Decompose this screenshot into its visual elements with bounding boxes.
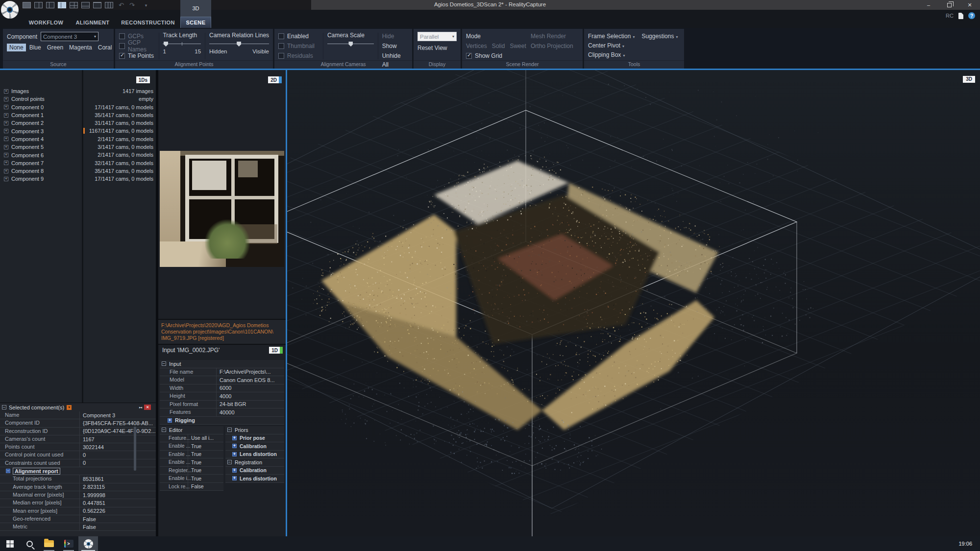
- checkbox-row[interactable]: Tie Points: [119, 51, 155, 60]
- tree-item[interactable]: + Component 8: [0, 167, 82, 175]
- tree-item[interactable]: + Control points: [0, 95, 82, 103]
- projection-dropdown[interactable]: Parallel ▾: [417, 32, 457, 41]
- track-length-slider[interactable]: [163, 41, 201, 47]
- photo-thumbnail[interactable]: [160, 151, 284, 267]
- tree-item[interactable]: + Component 1: [0, 111, 82, 119]
- tree-item[interactable]: + Component 7: [0, 159, 82, 167]
- source-color-option[interactable]: Green: [45, 44, 66, 51]
- checkbox-row[interactable]: GCP Names: [119, 42, 155, 50]
- minimize-button[interactable]: –: [918, 0, 939, 10]
- expand-icon[interactable]: +: [4, 105, 8, 109]
- source-color-option[interactable]: Blue: [27, 44, 44, 51]
- layout-three-columns-icon[interactable]: [105, 2, 113, 8]
- expand-icon[interactable]: +: [4, 153, 8, 157]
- document-icon[interactable]: [958, 13, 963, 19]
- frame-selection-button[interactable]: Frame Selection▾: [588, 33, 635, 40]
- center-pivot-button[interactable]: Center Pivot▾: [588, 42, 624, 49]
- redo-icon[interactable]: ↷: [129, 1, 135, 9]
- expand-icon[interactable]: +: [4, 129, 8, 133]
- ribbon-action[interactable]: Show: [382, 42, 408, 50]
- tree-item[interactable]: + Component 2: [0, 119, 82, 127]
- expand-icon[interactable]: +: [232, 436, 237, 440]
- close-button[interactable]: ✕: [959, 0, 980, 10]
- expand-icon[interactable]: +: [232, 468, 237, 473]
- collapse-icon[interactable]: −: [2, 405, 6, 409]
- ribbon-action[interactable]: Hide: [382, 32, 408, 41]
- checkbox-icon[interactable]: [119, 53, 125, 59]
- reset-view-button[interactable]: Reset View: [417, 44, 457, 52]
- collapse-icon[interactable]: −: [162, 428, 166, 432]
- expand-icon[interactable]: +: [4, 121, 8, 125]
- dock-icon[interactable]: ▸◂: [139, 406, 142, 409]
- 3d-view-badge[interactable]: 3D: [963, 76, 975, 83]
- expand-icon[interactable]: +: [4, 169, 8, 173]
- layout-left-panel-icon[interactable]: [46, 2, 54, 8]
- tab-alignment[interactable]: ALIGNMENT: [73, 17, 113, 28]
- toolbar-expand-icon[interactable]: ▾: [145, 3, 147, 8]
- expand-icon[interactable]: +: [4, 113, 8, 118]
- render-mode-option[interactable]: Vertices: [466, 43, 487, 49]
- collapse-icon[interactable]: −: [162, 361, 166, 366]
- slider-thumb[interactable]: [237, 42, 241, 47]
- checkbox-icon[interactable]: [278, 33, 284, 39]
- expand-icon[interactable]: +: [4, 177, 8, 181]
- expand-icon[interactable]: +: [4, 137, 8, 141]
- tree-item[interactable]: + Component 4: [0, 135, 82, 143]
- tree-view-badge[interactable]: 1Ds: [136, 76, 150, 83]
- expand-icon[interactable]: +: [232, 452, 237, 456]
- camera-scale-slider[interactable]: [327, 41, 374, 47]
- show-grid-checkbox[interactable]: [466, 53, 472, 59]
- pin-icon[interactable]: ▼: [67, 405, 72, 410]
- camera-relation-lines-slider[interactable]: [209, 41, 269, 47]
- layout-current-icon[interactable]: [58, 2, 66, 8]
- collapsed-subsection[interactable]: + Lens distortion: [225, 451, 284, 459]
- expand-icon[interactable]: +: [168, 418, 172, 423]
- taskbar-terminal[interactable]: >: [59, 536, 78, 551]
- tab-workflow[interactable]: WORKFLOW: [28, 17, 64, 28]
- checkbox-row[interactable]: Thumbnail: [278, 42, 319, 50]
- close-panel-icon[interactable]: ✕: [144, 405, 151, 410]
- expand-icon[interactable]: +: [232, 444, 237, 448]
- 3d-viewport[interactable]: 3D: [287, 70, 980, 536]
- ribbon-action[interactable]: Unhide All: [382, 51, 408, 60]
- collapse-icon[interactable]: −: [6, 469, 10, 473]
- tree-item[interactable]: + Images: [0, 87, 82, 95]
- restore-button[interactable]: [939, 0, 959, 10]
- checkbox-row[interactable]: Residuals: [278, 51, 319, 60]
- collapse-icon[interactable]: −: [227, 428, 232, 432]
- tab-reconstruction[interactable]: RECONSTRUCTION: [119, 17, 177, 28]
- collapsed-subsection[interactable]: + Lens distortion: [225, 475, 284, 483]
- checkbox-icon[interactable]: [278, 43, 284, 49]
- slider-thumb[interactable]: [164, 42, 168, 47]
- 2d-view-badge[interactable]: 2D: [268, 76, 282, 83]
- tree-item[interactable]: + Component 9: [0, 175, 82, 183]
- clock[interactable]: 19:06: [958, 541, 972, 547]
- checkbox-icon[interactable]: [278, 53, 284, 59]
- render-mode-option[interactable]: Sweet: [510, 43, 526, 49]
- collapsed-subsection[interactable]: + Calibration: [225, 442, 284, 451]
- help-icon[interactable]: ?: [968, 12, 975, 19]
- tree-item[interactable]: + Component 0: [0, 103, 82, 111]
- layout-two-columns-icon[interactable]: [34, 2, 43, 8]
- taskbar-file-explorer[interactable]: [39, 536, 59, 551]
- mesh-render-button[interactable]: Mesh Render: [531, 32, 573, 41]
- checkbox-icon[interactable]: [119, 43, 125, 49]
- rigging-section[interactable]: Rigging: [175, 417, 195, 423]
- taskbar-search-button[interactable]: [20, 536, 39, 551]
- clipping-box-button[interactable]: Clipping Box▾: [588, 51, 625, 58]
- expand-icon[interactable]: +: [4, 97, 8, 101]
- source-color-option[interactable]: Coral: [96, 44, 115, 51]
- 1d-view-badge[interactable]: 1D: [269, 347, 283, 354]
- component-dropdown[interactable]: Component 3 ▾: [41, 32, 98, 41]
- expand-icon[interactable]: +: [4, 145, 8, 149]
- slider-thumb[interactable]: [348, 42, 353, 47]
- start-button[interactable]: [0, 536, 20, 551]
- layout-split-bottom-icon[interactable]: [93, 2, 101, 8]
- taskbar-realitycapture[interactable]: [78, 536, 98, 551]
- source-color-option[interactable]: Magenta: [67, 44, 95, 51]
- ortho-projection-button[interactable]: Ortho Projection: [531, 42, 573, 50]
- source-color-option[interactable]: None: [7, 44, 26, 51]
- checkbox-icon[interactable]: [119, 33, 125, 39]
- checkbox-row[interactable]: Enabled: [278, 32, 319, 41]
- expand-icon[interactable]: +: [4, 89, 8, 94]
